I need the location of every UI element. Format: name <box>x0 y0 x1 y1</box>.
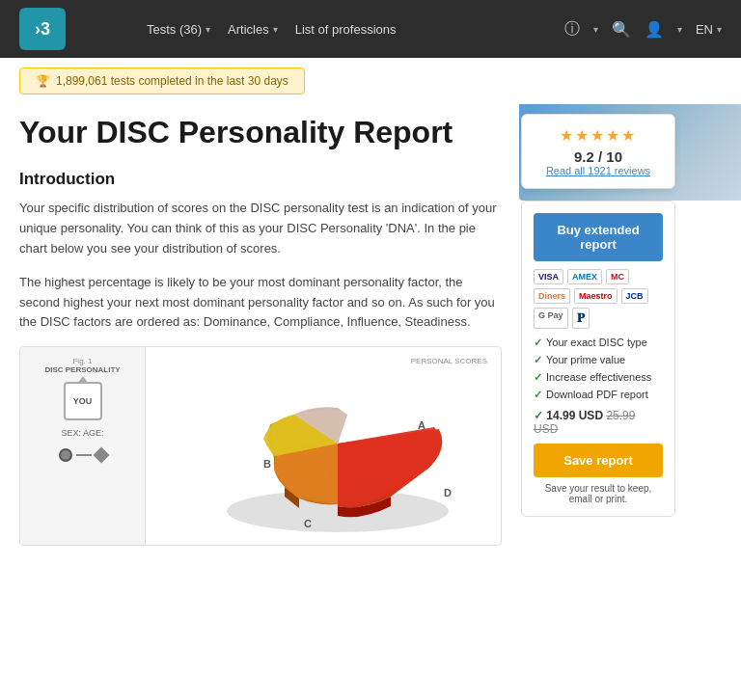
chart-area: PERSONAL SCORES A <box>146 347 501 545</box>
sex-age-label: SEX: AGE: <box>61 428 103 438</box>
jcb-icon: JCB <box>621 288 648 304</box>
feature-item: ✓ Your exact DISC type <box>534 337 663 349</box>
check-icon-2: ✓ <box>534 354 542 366</box>
fig-label: Fig. 1 <box>72 357 92 365</box>
feature-item: ✓ Increase effectiveness <box>534 371 663 384</box>
svg-text:B: B <box>263 458 271 470</box>
user-chevron-icon: ▾ <box>677 24 682 35</box>
payment-icons: VISA AMEX MC Diners Maestro JCB G Pay 𝐏 <box>534 269 663 329</box>
logo-icon[interactable]: ›3 <box>19 8 66 50</box>
articles-nav-link[interactable]: Articles ▾ <box>228 22 278 37</box>
mastercard-icon: MC <box>606 269 629 284</box>
svg-text:D: D <box>444 487 452 498</box>
you-badge: YOU <box>64 382 102 420</box>
info-chevron-icon: ▾ <box>593 24 598 35</box>
search-icon[interactable]: 🔍 <box>612 20 631 39</box>
lang-chevron-icon: ▾ <box>717 24 722 35</box>
chart-legend: Fig. 1 DISC PERSONALITY YOU SEX: AGE: <box>20 347 146 545</box>
save-description: Save your result to keep, email or print… <box>534 483 663 504</box>
check-icon-3: ✓ <box>534 371 542 384</box>
buy-card: Buy extended report VISA AMEX MC Diners … <box>521 201 675 517</box>
tests-chevron-icon: ▾ <box>206 24 210 35</box>
star-rating: ★★★★★ <box>534 126 663 145</box>
intro-heading: Introduction <box>19 170 502 189</box>
feature-item: ✓ Your prime value <box>534 354 663 366</box>
gender-icon <box>59 445 107 465</box>
intro-text-1: Your specific distribution of scores on … <box>19 199 502 258</box>
price-check-icon: ✓ <box>534 409 543 422</box>
pie-chart: A B C <box>178 371 468 535</box>
main-container: Your DISC Personality Report Introductio… <box>0 104 741 546</box>
completion-banner: 🏆 1,899,061 tests completed in the last … <box>19 67 305 94</box>
page-title: Your DISC Personality Report <box>19 114 502 150</box>
diamond-icon <box>93 447 109 464</box>
buy-extended-button[interactable]: Buy extended report <box>534 213 663 261</box>
feature-list: ✓ Your exact DISC type ✓ Your prime valu… <box>534 337 663 401</box>
nav-icons: ⓘ ▾ 🔍 👤 ▾ EN ▾ <box>564 19 722 40</box>
feature-item: ✓ Download PDF report <box>534 389 663 401</box>
disc-chart-container: Fig. 1 DISC PERSONALITY YOU SEX: AGE: PE… <box>19 346 502 546</box>
rating-score: 9.2 / 10 <box>534 148 663 165</box>
intro-text-2: The highest percentage is likely to be y… <box>19 273 502 333</box>
tests-nav-link[interactable]: Tests (36) ▾ <box>147 22 210 37</box>
svg-text:A: A <box>418 419 425 431</box>
price-row: ✓ 14.99 USD 25.99 USD <box>534 409 663 436</box>
banner-icon: 🏆 <box>36 74 50 88</box>
right-sidebar: ★★★★★ 9.2 / 10 Read all 1921 reviews Buy… <box>521 104 675 546</box>
reviews-link[interactable]: Read all 1921 reviews <box>534 165 663 176</box>
banner-text: 1,899,061 tests completed in the last 30… <box>56 74 288 88</box>
articles-chevron-icon: ▾ <box>273 24 278 35</box>
maestro-icon: Maestro <box>574 288 618 304</box>
check-icon-4: ✓ <box>534 389 542 401</box>
lang-selector[interactable]: EN ▾ <box>696 22 722 37</box>
chart-left-title: DISC PERSONALITY <box>44 365 120 374</box>
nav-links: Tests (36) ▾ Articles ▾ List of professi… <box>147 22 396 37</box>
professions-nav-link[interactable]: List of professions <box>295 22 397 37</box>
main-content: Your DISC Personality Report Introductio… <box>19 104 502 546</box>
check-icon-1: ✓ <box>534 337 542 349</box>
personal-scores-label: PERSONAL SCORES <box>411 357 487 365</box>
gpay-icon: G Pay <box>534 308 568 329</box>
circle-left-icon <box>59 448 72 462</box>
info-icon[interactable]: ⓘ <box>564 19 580 40</box>
price-current: 14.99 USD <box>546 409 603 422</box>
save-report-button[interactable]: Save report <box>534 444 663 477</box>
visa-icon: VISA <box>534 269 563 284</box>
diners-icon: Diners <box>534 288 570 304</box>
rating-card: ★★★★★ 9.2 / 10 Read all 1921 reviews <box>521 114 675 189</box>
navbar: ›3 Tests (36) ▾ Articles ▾ List of profe… <box>0 0 741 58</box>
connector-line <box>76 454 92 456</box>
svg-text:C: C <box>304 518 312 529</box>
chart-title-row: PERSONAL SCORES <box>159 357 487 365</box>
amex-icon: AMEX <box>567 269 602 284</box>
paypal-icon: 𝐏 <box>572 308 590 329</box>
user-icon[interactable]: 👤 <box>645 20 664 39</box>
